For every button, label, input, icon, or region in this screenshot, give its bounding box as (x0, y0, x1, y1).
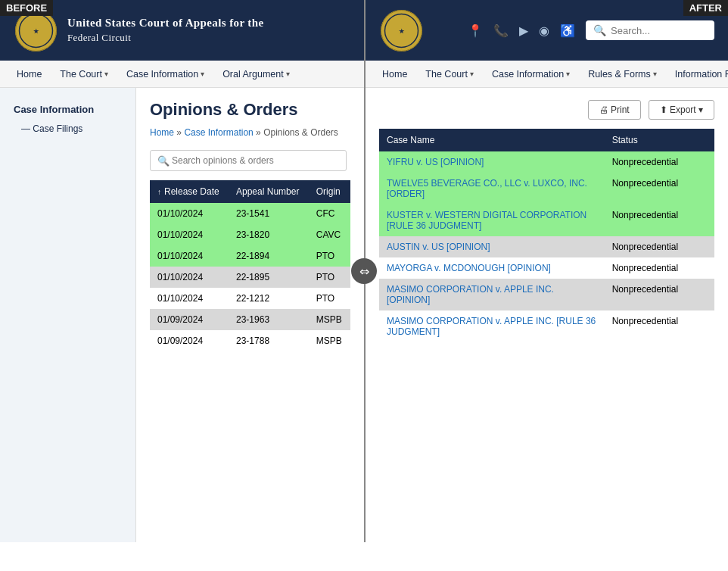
main-content-before: Opinions & Orders Home » Case Informatio… (136, 88, 364, 542)
nav-item-home-after[interactable]: Home (373, 63, 416, 86)
table-row: 01/10/2024 23-1541 CFC (150, 203, 350, 224)
table-row: MAYORGA v. MCDONOUGH [OPINION] Nonpreced… (379, 257, 714, 279)
table-row: TWELVE5 BEVERAGE CO., LLC v. LUXCO, INC.… (379, 173, 714, 204)
table-row: 01/10/2024 22-1895 PTO (150, 267, 350, 288)
location-icon[interactable]: 📍 (468, 23, 483, 38)
cell-date: 01/09/2024 (150, 309, 229, 330)
main-content-after: 🖨 Print ⬆ Export ▾ Case Name Status YIFR… (366, 88, 728, 354)
chevron-icon: ▾ (201, 70, 204, 78)
cell-appeal: 23-1541 (229, 203, 309, 224)
content-area-before: Case Information Case Filings Opinions &… (0, 88, 364, 542)
cell-date: 01/10/2024 (150, 267, 229, 288)
header-search-box: 🔍 (586, 20, 714, 40)
header-search-input[interactable] (611, 25, 709, 36)
cell-appeal: 23-1788 (229, 330, 309, 351)
opinions-search-input[interactable] (150, 150, 347, 171)
cell-appeal: 22-1894 (229, 245, 309, 267)
cell-date: 01/10/2024 (150, 288, 229, 309)
case-link[interactable]: KUSTER v. WESTERN DIGITAL CORPORATION [R… (387, 210, 586, 231)
cell-origin: CFC (309, 203, 350, 224)
nav-item-rules-forms[interactable]: Rules & Forms ▾ (579, 63, 666, 86)
cell-origin: PTO (309, 288, 350, 309)
nav-item-oral-arg[interactable]: Oral Argument ▾ (213, 63, 299, 86)
col-release-date[interactable]: ↑Release Date (150, 180, 229, 203)
nav-item-the-court-after[interactable]: The Court ▾ (416, 63, 483, 86)
header-icons: 📍 📞 ▶ ◉ ♿ 🔍 (468, 20, 714, 40)
table-row: MASIMO CORPORATION v. APPLE INC. [OPINIO… (379, 279, 714, 310)
cell-case-name: TWELVE5 BEVERAGE CO., LLC v. LUXCO, INC.… (379, 173, 605, 204)
accessibility-icon[interactable]: ♿ (560, 23, 575, 38)
table-row: YIFRU v. US [OPINION] Nonprecedential (379, 151, 714, 173)
court-title: United States Court of Appeals for the F… (67, 15, 264, 45)
chevron-icon: ▾ (653, 70, 657, 78)
nav-item-the-court[interactable]: The Court ▾ (51, 63, 117, 86)
col-origin: Origin (309, 180, 350, 203)
breadcrumb: Home » Case Information » Opinions & Ord… (150, 127, 350, 138)
youtube-icon[interactable]: ▶ (519, 23, 528, 38)
cell-date: 01/10/2024 (150, 203, 229, 224)
opinions-table: ↑Release Date Appeal Number Origin 01/10… (150, 180, 350, 351)
breadcrumb-sep1: » (176, 127, 184, 138)
chevron-icon: ▾ (470, 70, 474, 78)
table-header-row-after: Case Name Status (379, 129, 714, 151)
breadcrumb-current: Opinions & Orders (263, 127, 338, 138)
cell-status: Nonprecedential (605, 257, 714, 279)
cell-status: Nonprecedential (605, 236, 714, 257)
divider-handle[interactable]: ⇔ (351, 258, 377, 284)
phone-icon[interactable]: 📞 (493, 23, 509, 38)
cell-case-name: MAYORGA v. MCDONOUGH [OPINION] (379, 257, 605, 279)
case-link[interactable]: TWELVE5 BEVERAGE CO., LLC v. LUXCO, INC.… (387, 178, 587, 199)
cell-status: Nonprecedential (605, 279, 714, 310)
svg-text:★: ★ (399, 28, 405, 35)
nav-item-case-info-after[interactable]: Case Information ▾ (483, 63, 579, 86)
sort-icon: ↑ (157, 188, 161, 196)
print-button[interactable]: 🖨 Print (588, 100, 641, 120)
cell-origin: PTO (309, 267, 350, 288)
chevron-icon: ▾ (286, 70, 290, 78)
cell-case-name: MASIMO CORPORATION v. APPLE INC. [RULE 3… (379, 310, 605, 342)
nav-bar-before: Home The Court ▾ Case Information ▾ Oral… (0, 61, 364, 88)
case-link[interactable]: MASIMO CORPORATION v. APPLE INC. [RULE 3… (387, 316, 596, 337)
case-link[interactable]: YIFRU v. US [OPINION] (387, 157, 484, 167)
cell-case-name: YIFRU v. US [OPINION] (379, 151, 605, 173)
content-area-after: 🖨 Print ⬆ Export ▾ Case Name Status YIFR… (366, 88, 728, 354)
export-button[interactable]: ⬆ Export ▾ (649, 100, 714, 120)
action-row: 🖨 Print ⬆ Export ▾ (379, 100, 714, 120)
opinions-table-after: Case Name Status YIFRU v. US [OPINION] N… (379, 129, 714, 342)
cell-status: Nonprecedential (605, 173, 714, 204)
nav-item-info-for[interactable]: Information For... ▾ (666, 63, 728, 86)
breadcrumb-case-info[interactable]: Case Information (184, 127, 253, 138)
header-search-icon: 🔍 (593, 24, 606, 36)
cell-case-name: AUSTIN v. US [OPINION] (379, 236, 605, 257)
breadcrumb-home[interactable]: Home (150, 127, 174, 138)
nav-item-case-info[interactable]: Case Information ▾ (117, 63, 213, 86)
cell-case-name: KUSTER v. WESTERN DIGITAL CORPORATION [R… (379, 204, 605, 236)
cell-origin: PTO (309, 245, 350, 267)
chevron-icon: ▾ (104, 70, 108, 78)
case-link[interactable]: MASIMO CORPORATION v. APPLE INC. [OPINIO… (387, 284, 554, 305)
table-row: 01/10/2024 23-1820 CAVC (150, 224, 350, 245)
cell-origin: MSPB (309, 309, 350, 330)
case-link[interactable]: AUSTIN v. US [OPINION] (387, 242, 490, 252)
court-seal-after: ★ (381, 10, 422, 51)
search-row: 🔍 (150, 150, 350, 171)
nav-item-home[interactable]: Home (8, 63, 51, 86)
table-row: KUSTER v. WESTERN DIGITAL CORPORATION [R… (379, 204, 714, 236)
case-link[interactable]: MAYORGA v. MCDONOUGH [OPINION] (387, 263, 551, 273)
table-row: 01/10/2024 22-1212 PTO (150, 288, 350, 309)
table-row: 01/09/2024 23-1788 MSPB (150, 330, 350, 351)
cell-date: 01/10/2024 (150, 245, 229, 267)
cell-appeal: 23-1820 (229, 224, 309, 245)
cell-status: Nonprecedential (605, 310, 714, 342)
sidebar-item-case-info[interactable]: Case Information (0, 99, 135, 120)
nav-bar-after: Home The Court ▾ Case Information ▾ Rule… (366, 61, 728, 88)
search-icon: 🔍 (157, 155, 170, 167)
site-header-before: ★ United States Court of Appeals for the… (0, 0, 364, 61)
page-title: Opinions & Orders (150, 100, 350, 120)
cell-appeal: 22-1895 (229, 267, 309, 288)
table-header-row: ↑Release Date Appeal Number Origin (150, 180, 350, 203)
court-title-line2: Federal Circuit (67, 31, 264, 45)
rss-icon[interactable]: ◉ (539, 23, 549, 38)
before-panel: ★ United States Court of Appeals for the… (0, 0, 364, 542)
sidebar-subitem-case-filings[interactable]: Case Filings (0, 120, 135, 138)
